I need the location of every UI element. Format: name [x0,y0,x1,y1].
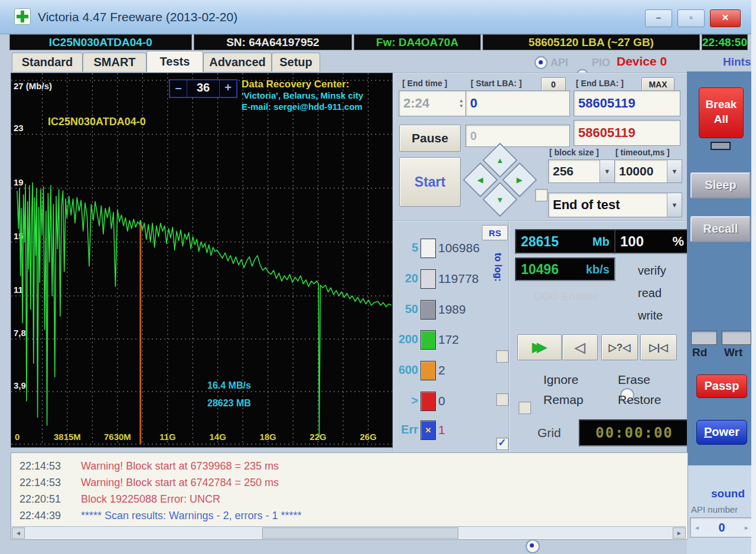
scale-plus-button[interactable]: + [219,80,236,97]
hist-count-50: 1989 [438,302,466,317]
up-arrow-icon: ▲ [496,156,504,165]
minimize-button[interactable]: – [645,9,672,27]
end-lba-input[interactable]: 58605119 [573,90,680,116]
hist-label-5: 5 [395,241,418,255]
device-indicator: Device 0 [617,54,667,69]
start-button[interactable]: Start [399,157,461,207]
start-lba-input[interactable]: 0 [465,90,570,116]
hist-label-err: Err [395,423,418,436]
rs-button[interactable]: RS [482,225,508,240]
power-button[interactable]: Power [696,420,747,445]
end-time-spin-arrows[interactable]: ▲ ▼ [459,98,464,109]
defect-remap-label: Remap [543,393,584,407]
combo-arrow-icon[interactable]: ▼ [667,160,682,183]
step-back-button[interactable]: ◁ [562,334,598,360]
svg-text:7,8: 7,8 [14,328,26,338]
break-all-button[interactable]: Break All [699,87,744,138]
api-number-spinner[interactable]: ◄ 0 ► [690,517,754,537]
scanned-mb-unit: Mb [592,235,610,249]
to-log-checkbox-50[interactable] [496,350,509,363]
passp-button[interactable]: Passp [696,374,747,398]
seek-test-button[interactable]: ▷?◁ [601,334,638,360]
drive-capacity: 58605120 LBA (~27 GB) [483,34,700,50]
combo-arrow-icon[interactable]: ▼ [667,193,682,217]
start-lba-zero-button[interactable]: 0 [541,77,566,92]
ddd-enable-checkbox[interactable] [519,402,531,414]
tab-setup[interactable]: Setup [272,53,320,71]
log-text: ***** Scan results: Warnings - 2, errors… [81,510,301,522]
svg-text:11G: 11G [159,432,176,442]
spin-up-icon[interactable]: ▲ [459,98,464,103]
spinner-left-icon[interactable]: ◄ [694,524,700,531]
spin-down-icon[interactable]: ▼ [459,103,464,109]
read-led [691,331,717,345]
hist-count-200: 172 [438,333,459,347]
hist-count-600: 2 [438,363,445,377]
block-size-value: 256 [553,164,573,178]
hist-label-600: 600 [395,363,418,377]
scrollbar-thumb[interactable] [262,527,458,539]
start-lba-secondary-input[interactable]: 0 [465,125,570,147]
svg-text:22G: 22G [309,432,326,442]
sound-label: sound [711,487,745,500]
block-size-combo[interactable]: 256 ▼ [548,159,615,183]
hist-block-20 [421,269,436,289]
seek-end-button[interactable]: ▷|◁ [640,334,677,360]
scanned-mb-value: 28615 [521,234,559,250]
maximize-button[interactable]: ▫ [677,9,705,27]
end-time-field[interactable]: 2:24 ▲ ▼ [399,90,467,116]
api-number-label: API number [691,504,738,514]
hints-label: Hints [723,56,751,69]
scroll-left-arrow-icon[interactable]: ◄ [12,527,25,539]
hist-block-200 [421,330,436,350]
write-led [722,331,751,345]
log-text: Warning! Block start at 6742784 = 250 ms [81,477,279,489]
close-button[interactable]: ✕ [710,9,741,27]
start-lba-label: [ Start LBA: ] [471,79,522,88]
error-cross-icon: ✕ [425,426,432,435]
hist-block-600 [421,361,436,380]
end-lba-secondary-input[interactable]: 58605119 [573,120,680,146]
window-title: Victoria 4.47 Freeware (2013-02-20) [38,10,237,24]
max-button[interactable]: MAX [641,77,674,92]
mode-verify-label: verify [638,264,666,278]
log-time: 22:14:53 [19,460,74,472]
vendor-banner: Data Recovery Center: 'Victoria', Belaru… [242,78,389,113]
on-end-action-value: End of test [553,197,620,213]
clock: 22:48:50 [702,34,748,50]
scale-minus-button[interactable]: – [170,80,187,97]
hist-block-50 [421,300,436,320]
svg-text:14G: 14G [210,432,226,442]
spinner-right-icon[interactable]: ► [744,524,750,531]
to-log-checkbox-600[interactable] [496,438,509,450]
combo-arrow-icon[interactable]: ▼ [599,160,614,183]
svg-text:19: 19 [14,177,24,187]
progress-percent-display: 100 % [614,229,690,254]
ddd-enable-label: DDD Enable [534,290,598,303]
defect-ignore-label: Ignore [543,373,579,387]
sleep-button[interactable]: Sleep [690,172,751,198]
drive-model: IC25N030ATDA04-0 [9,34,192,50]
tab-advanced[interactable]: Advanced [203,53,272,71]
pause-button[interactable]: Pause [399,125,461,152]
down-arrow-icon: ▼ [496,195,504,204]
speed-display: 10496 kb/s [515,258,615,281]
busy-indicator [711,142,731,150]
api-radio[interactable] [535,56,548,69]
recall-button[interactable]: Recall [690,216,751,242]
log-horizontal-scrollbar[interactable]: ◄ ► [12,526,686,539]
log-time: 22:14:53 [19,477,74,489]
on-end-action-combo[interactable]: End of test ▼ [548,193,682,217]
defect-ignore-radio[interactable] [526,539,540,553]
right-arrow-icon: ▶ [517,175,523,184]
tab-tests[interactable]: Tests [146,51,203,72]
tab-standard[interactable]: Standard [12,53,83,71]
scroll-right-arrow-icon[interactable]: ► [673,527,686,539]
to-log-checkbox-200[interactable] [496,393,509,406]
play-button[interactable]: ▶▶ [517,334,562,360]
seek-option-checkbox[interactable] [535,189,548,201]
tab-smart[interactable]: SMART [83,53,146,71]
hist-count-20: 119778 [438,272,479,286]
timeout-combo[interactable]: 10000 ▼ [614,159,682,183]
api-label: API [550,57,568,69]
